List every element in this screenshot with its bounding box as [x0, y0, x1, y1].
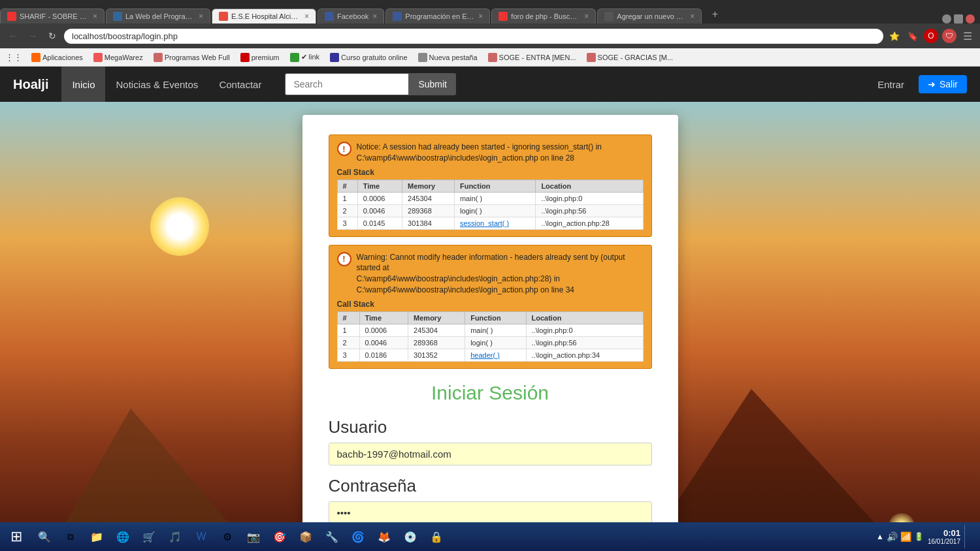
col-num: # — [337, 180, 357, 192]
taskbar-extra7-icon[interactable]: 🔒 — [425, 525, 448, 548]
tab-bar: SHARIF - SOBRE LOS... × La Web del Progr… — [0, 0, 980, 24]
tab-3-active[interactable]: E.S.E Hospital Alcides Jim... × — [212, 8, 316, 24]
bookmarks-bar: ⋮⋮ Aplicaciones MegaWarez Programas Web … — [0, 48, 980, 67]
call-stack-label-1: Call Stack — [337, 168, 644, 177]
taskbar-store-icon[interactable]: 🛒 — [137, 525, 161, 548]
error-icon-1: ! — [337, 142, 351, 156]
bookmark-icon[interactable]: 🔖 — [906, 29, 920, 43]
usuario-input[interactable] — [329, 443, 652, 465]
clock-time: 0:01 — [928, 528, 960, 538]
tab-7[interactable]: Agregar un nuevo mens... × — [597, 8, 702, 24]
col-time: Time — [359, 311, 408, 324]
error-icon-2: ! — [337, 252, 351, 266]
entrar-link[interactable]: Entrar — [870, 67, 912, 102]
bookmark-curso[interactable]: Curso gratuito online — [326, 52, 412, 63]
col-time: Time — [357, 180, 402, 192]
tray-icon-1[interactable]: ▲ — [876, 532, 884, 541]
contrasena-label: Contraseña — [329, 476, 652, 496]
bookmark-aplicaciones[interactable]: Aplicaciones — [27, 52, 87, 63]
usuario-section: Usuario — [329, 417, 652, 476]
search-input[interactable] — [285, 73, 409, 95]
menu-icon[interactable]: ☰ — [960, 29, 975, 43]
navbar-nav: Inicio Noticias & Eventos Contactar — [61, 67, 272, 102]
bookmark-programas[interactable]: Programas Web Full — [150, 52, 234, 63]
error-msg-1: Notice: A session had already been start… — [357, 142, 602, 153]
tab-2[interactable]: La Web del Programador × — [106, 8, 210, 24]
navbar-right: Entrar ➜ Salir — [870, 67, 967, 102]
bookmark-megawarez[interactable]: MegaWarez — [90, 52, 147, 63]
nav-link-noticias[interactable]: Noticias & Eventos — [105, 67, 208, 102]
col-location: Location — [526, 311, 643, 324]
bookmark-soge2[interactable]: SOGE - GRACIAS [M... — [583, 52, 678, 63]
reload-button[interactable]: ↻ — [44, 28, 60, 44]
tab-5[interactable]: Programación en Españ... × — [385, 8, 490, 24]
col-function: Function — [465, 311, 526, 324]
shield-icon[interactable]: 🛡 — [942, 29, 956, 43]
bookmark-favicon — [488, 53, 497, 62]
taskbar-task-view-icon[interactable]: ⧉ — [59, 525, 82, 548]
taskbar-browser-icon[interactable]: 🌐 — [111, 525, 135, 548]
taskbar-capture-icon[interactable]: 📷 — [242, 525, 265, 548]
navbar-brand[interactable]: Hoalji — [13, 77, 48, 92]
system-tray-icons: ▲ 🔊 📶 🔋 — [876, 531, 924, 542]
contrasena-input[interactable] — [329, 501, 652, 524]
tray-volume-icon[interactable]: 🔊 — [887, 531, 898, 542]
taskbar-extra-icon[interactable]: 🎯 — [268, 525, 291, 548]
salir-label: Salir — [939, 79, 958, 89]
extensions-icon[interactable]: ⭐ — [887, 29, 902, 43]
bookmark-favicon — [240, 53, 250, 62]
forward-button[interactable]: → — [25, 28, 41, 44]
bookmark-link[interactable]: ✔ link — [286, 52, 324, 63]
error-table-1: # Time Memory Function Location 1 0.0006… — [337, 180, 644, 230]
taskbar-extra6-icon[interactable]: 💿 — [399, 525, 422, 548]
taskbar-word-icon[interactable]: W — [189, 525, 213, 548]
tab-6[interactable]: foro de php - Buscar co... × — [491, 8, 596, 24]
error-path-2: C:\wamp64\www\boostrap\includes\login_ac… — [357, 274, 644, 296]
browser-chrome: SHARIF - SOBRE LOS... × La Web del Progr… — [0, 0, 980, 67]
taskbar-quick-launch: 🔍 ⧉ 📁 🌐 🛒 🎵 W ⚙ 📷 🎯 📦 🔧 🌀 🦊 💿 🔒 — [33, 525, 448, 548]
taskbar-dev-icon[interactable]: ⚙ — [216, 525, 239, 548]
tab-1[interactable]: SHARIF - SOBRE LOS... × — [0, 8, 105, 24]
table-row: 1 0.0006 245304 main( ) ..\login.php:0 — [337, 192, 643, 204]
taskbar-search-icon[interactable]: 🔍 — [33, 525, 56, 548]
bookmark-soge1[interactable]: SOGE - ENTRA [MEN... — [484, 52, 580, 63]
minimize-button[interactable] — [942, 14, 951, 24]
opera-icon[interactable]: O — [924, 29, 938, 43]
show-desktop-button[interactable] — [964, 525, 970, 548]
main-card: ! Notice: A session had already been sta… — [302, 115, 678, 551]
bookmark-premium[interactable]: premium — [237, 52, 284, 63]
tray-network-icon[interactable]: 📶 — [900, 531, 911, 542]
apps-grid-icon[interactable]: ⋮⋮ — [5, 52, 22, 62]
start-button[interactable]: ⊞ — [5, 526, 27, 548]
bookmark-favicon — [587, 53, 596, 62]
back-button[interactable]: ← — [5, 28, 21, 44]
taskbar-file-manager-icon[interactable]: 📁 — [85, 525, 108, 548]
bookmark-favicon — [154, 53, 163, 62]
address-text: localhost/boostrap/login.php — [72, 31, 178, 41]
function-link-2[interactable]: header( ) — [470, 351, 500, 359]
taskbar-clock[interactable]: 0:01 16/01/2017 — [928, 528, 960, 545]
nav-link-contactar[interactable]: Contactar — [208, 67, 272, 102]
taskbar-media-icon[interactable]: 🎵 — [163, 525, 187, 548]
address-bar[interactable]: localhost/boostrap/login.php — [64, 29, 883, 44]
content-area: ! Notice: A session had already been sta… — [0, 102, 980, 551]
error-box-1: ! Notice: A session had already been sta… — [329, 134, 652, 237]
taskbar-extra3-icon[interactable]: 🔧 — [320, 525, 344, 548]
search-button[interactable]: Submit — [409, 73, 456, 95]
new-tab-button[interactable]: + — [706, 5, 724, 24]
function-link[interactable]: session_start( ) — [460, 219, 509, 227]
maximize-button[interactable] — [954, 14, 963, 24]
nav-link-inicio[interactable]: Inicio — [61, 67, 105, 102]
tab-4[interactable]: Facebook × — [318, 8, 384, 24]
browser-toolbar-icons: ⭐ 🔖 O 🛡 ☰ — [887, 29, 975, 43]
tray-battery-icon[interactable]: 🔋 — [914, 532, 924, 541]
taskbar-extra5-icon[interactable]: 🦊 — [372, 525, 396, 548]
taskbar: ⊞ 🔍 ⧉ 📁 🌐 🛒 🎵 W ⚙ 📷 🎯 📦 🔧 🌀 🦊 💿 🔒 ▲ 🔊 📶 … — [0, 522, 980, 551]
salir-button[interactable]: ➜ Salir — [919, 75, 967, 93]
taskbar-extra4-icon[interactable]: 🌀 — [346, 525, 370, 548]
taskbar-extra2-icon[interactable]: 📦 — [294, 525, 318, 548]
bookmark-favicon — [31, 53, 41, 62]
bookmark-nueva-pestana[interactable]: Nueva pestaña — [414, 52, 482, 63]
table-row: 1 0.0006 245304 main( ) ..\login.php:0 — [337, 324, 643, 336]
close-button[interactable] — [966, 14, 975, 24]
